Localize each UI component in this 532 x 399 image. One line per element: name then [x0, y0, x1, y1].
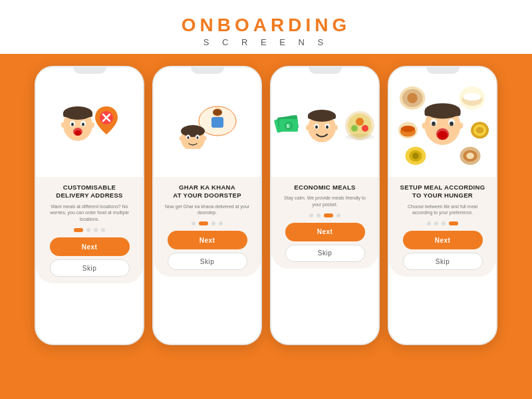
screen-title-2: GHAR KA KHANAAT YOUR DOORSTEP [173, 184, 241, 200]
svg-point-41 [306, 125, 310, 130]
screen-desc-2: Now get Ghar ka khana delivered at your … [162, 203, 253, 217]
svg-point-63 [437, 130, 447, 140]
svg-text:$: $ [287, 124, 289, 129]
phone-notch-bar-1 [36, 67, 143, 74]
svg-point-42 [334, 125, 338, 130]
svg-rect-16 [211, 117, 223, 128]
svg-point-54 [463, 92, 481, 100]
phone-bottom-1: CUSTOMISABLEDELIVERY ADDRESS Want meals … [36, 177, 143, 283]
dot-1-active [199, 221, 208, 225]
next-button-4[interactable]: Next [403, 231, 483, 249]
svg-point-47 [362, 125, 368, 132]
dots-4 [427, 221, 458, 225]
svg-point-24 [187, 136, 189, 139]
food-plate-icon [344, 110, 376, 142]
dots-3 [309, 213, 340, 217]
notch-4 [426, 67, 460, 74]
svg-point-39 [315, 125, 318, 128]
svg-point-51 [407, 92, 417, 102]
skip-button-2[interactable]: Skip [168, 253, 247, 270]
next-button-2[interactable]: Next [168, 231, 247, 249]
dot-0 [192, 221, 196, 225]
phone-screen-2: GHAR KA KHANAAT YOUR DOORSTEP Now get Gh… [152, 66, 262, 345]
svg-point-8 [74, 130, 81, 136]
character-face-3 [304, 106, 340, 145]
svg-point-68 [400, 126, 414, 132]
dot-3 [336, 213, 340, 217]
svg-point-65 [458, 122, 463, 129]
dot-0-active [74, 228, 83, 232]
skip-button-1[interactable]: Skip [50, 259, 130, 277]
location-pin-icon [94, 105, 119, 136]
money-icon: $ [274, 112, 301, 139]
screen-title-1: CUSTOMISABLEDELIVERY ADDRESS [56, 184, 123, 200]
dot-0 [309, 213, 313, 217]
dots-2 [192, 221, 223, 225]
notch-3 [309, 67, 342, 74]
app-title: ONBOARDING [0, 15, 532, 36]
svg-point-6 [82, 122, 84, 126]
svg-point-77 [466, 152, 474, 159]
screen-desc-4: Choose between lite and full meal accord… [397, 203, 488, 217]
dot-1 [317, 213, 321, 217]
svg-point-61 [450, 121, 454, 126]
notch-2 [191, 67, 224, 74]
phone-screen-1: CUSTOMISABLEDELIVERY ADDRESS Want meals … [35, 66, 144, 345]
screens-area: CUSTOMISABLEDELIVERY ADDRESS Want meals … [0, 54, 532, 399]
screen-desc-1: Want meals at different locations? No wo… [44, 203, 135, 223]
phone-bottom-4: SETUP MEAL ACCORDINGTO YOUR HUNGER Choos… [389, 177, 496, 277]
svg-point-71 [475, 126, 483, 133]
svg-rect-2 [63, 112, 92, 117]
app-subtitle: S C R E E N S [0, 37, 532, 47]
woman-bubble-icon [174, 102, 241, 149]
screen-title-4: SETUP MEAL ACCORDINGTO YOUR HUNGER [400, 184, 485, 200]
svg-point-74 [412, 152, 419, 159]
svg-point-25 [196, 136, 198, 139]
svg-point-48 [345, 134, 374, 140]
phone-bottom-3: ECONOMIC MEALS Stay calm. We provide mea… [271, 177, 378, 269]
dot-3 [219, 221, 223, 225]
svg-point-9 [61, 122, 65, 128]
phone-notch-bar-3 [271, 67, 378, 74]
screen-desc-3: Stay calm. We provide meals friendly to … [279, 195, 370, 208]
svg-point-46 [351, 125, 358, 132]
svg-point-5 [71, 122, 74, 126]
illustration-3: $ [271, 74, 378, 177]
illustration-2 [154, 74, 261, 177]
dot-3-active [449, 221, 458, 225]
svg-rect-36 [308, 114, 336, 119]
phone-notch-bar-2 [154, 67, 261, 74]
svg-point-40 [326, 125, 329, 128]
dot-3 [101, 228, 105, 232]
dot-2 [94, 228, 98, 232]
dot-2 [211, 221, 215, 225]
svg-point-17 [213, 109, 222, 116]
illustration-4 [389, 74, 496, 177]
svg-rect-57 [424, 109, 460, 116]
svg-point-45 [356, 118, 364, 126]
dot-2 [442, 221, 446, 225]
dots-1 [74, 228, 105, 232]
svg-point-27 [203, 136, 206, 140]
dot-0 [427, 221, 431, 225]
svg-point-64 [422, 122, 427, 129]
dot-1 [86, 228, 90, 232]
meal-setup-icon [396, 82, 489, 169]
phone-notch-bar-4 [389, 67, 496, 74]
next-button-1[interactable]: Next [50, 237, 130, 256]
header: ONBOARDING S C R E E N S [0, 0, 532, 54]
svg-point-26 [179, 136, 182, 140]
notch-1 [73, 67, 106, 74]
screen-title-3: ECONOMIC MEALS [294, 184, 355, 192]
phone-screen-3: $ [270, 66, 380, 345]
illustration-1 [36, 74, 143, 177]
svg-point-21 [181, 125, 205, 137]
skip-button-4[interactable]: Skip [403, 253, 483, 270]
svg-point-60 [432, 121, 436, 126]
dot-2-active [324, 213, 333, 217]
skip-button-3[interactable]: Skip [285, 245, 365, 262]
phone-bottom-2: GHAR KA KHANAAT YOUR DOORSTEP Now get Gh… [154, 177, 261, 277]
dot-1 [434, 221, 438, 225]
phone-screen-4: SETUP MEAL ACCORDINGTO YOUR HUNGER Choos… [388, 66, 497, 345]
next-button-3[interactable]: Next [285, 223, 365, 241]
